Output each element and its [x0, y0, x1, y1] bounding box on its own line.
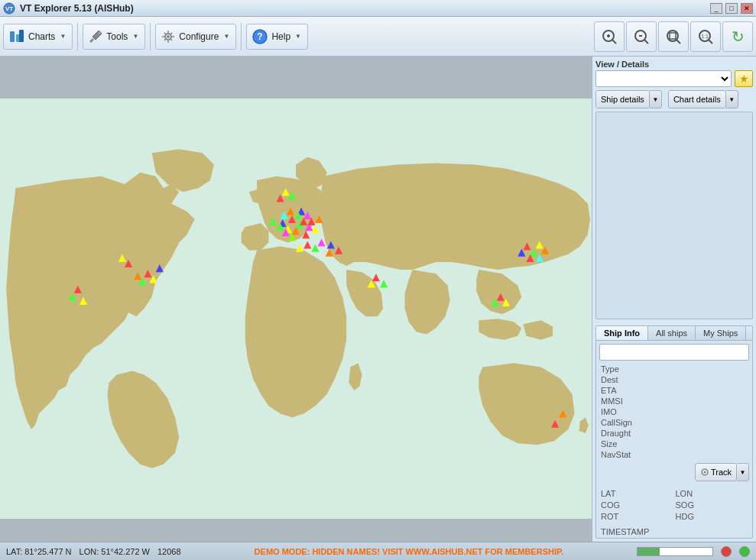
track-button-group: Track ▼ [695, 463, 749, 481]
ship-details-arrow[interactable]: ▼ [650, 90, 662, 108]
charts-button[interactable]: Charts ▼ [3, 24, 73, 50]
status-indicator-green [739, 546, 750, 557]
coords-section: LAT LON COG SOG ROT HDG [596, 484, 752, 526]
view-dropdown[interactable] [595, 70, 732, 87]
timestamp-label: TIMESTAMP [601, 527, 649, 536]
zoom-in-icon [601, 28, 618, 45]
titlebar-title: VT VT Explorer 5.13 (AISHub) [3, 2, 134, 15]
refresh-button[interactable]: ↻ [722, 21, 753, 52]
progress-fill [638, 548, 660, 555]
world-map-svg [0, 99, 592, 519]
zoom-fit-icon [665, 28, 682, 45]
navstat-label: NavStat [601, 450, 654, 459]
field-navstat: NavStat [596, 449, 752, 460]
zoom-in-button[interactable] [594, 21, 625, 52]
track-icon [700, 468, 709, 477]
detail-buttons-row: Ship details ▼ Chart details ▼ [595, 90, 753, 108]
svg-line-16 [644, 40, 648, 44]
chart-details-arrow[interactable]: ▼ [726, 90, 738, 108]
status-ship-count: 12068 [157, 547, 181, 556]
track-row: Track ▼ [596, 460, 752, 484]
status-lon: LON: 51°42.272 W [79, 547, 150, 556]
titlebar: VT VT Explorer 5.13 (AISHub) _ □ ✕ [0, 0, 756, 17]
configure-icon [161, 29, 176, 44]
ship-tab-bar: Ship Info All ships My Ships [596, 326, 752, 341]
chart-details-button[interactable]: Chart details [668, 90, 726, 108]
separator-1 [77, 23, 78, 50]
close-button[interactable]: ✕ [741, 3, 753, 14]
view-dropdown-row: ★ [595, 70, 753, 87]
field-draught: Draught [596, 428, 752, 439]
charts-icon [8, 28, 25, 45]
mmsi-label: MMSI [601, 397, 654, 406]
help-icon: ? [251, 28, 268, 45]
map-container [0, 57, 592, 542]
track-button[interactable]: Track [695, 463, 737, 481]
help-button[interactable]: ? Help ▼ [246, 24, 308, 50]
size-label: Size [601, 439, 654, 448]
svg-point-7 [167, 35, 170, 38]
demo-message: DEMO MODE: HIDDEN NAMES! VISIT WWW.AISHU… [189, 547, 629, 556]
cog-label: COG [601, 500, 673, 510]
ship-info-section: Ship Info All ships My Ships Type Dest E… [595, 325, 753, 539]
chart-details-group: Chart details ▼ [668, 90, 738, 108]
zoom-out-button[interactable] [626, 21, 657, 52]
toolbar: Charts ▼ Tools ▼ Configure ▼ [0, 17, 756, 57]
maximize-button[interactable]: □ [725, 3, 738, 14]
field-type: Type [596, 364, 752, 374]
zoom-fit-button[interactable] [658, 21, 689, 52]
status-lat: LAT: 81°25.477 N [6, 547, 72, 556]
field-mmsi: MMSI [596, 396, 752, 406]
tools-icon [88, 29, 103, 44]
svg-rect-19 [670, 33, 676, 39]
imo-label: IMO [601, 407, 654, 416]
star-button[interactable]: ★ [735, 70, 753, 87]
map-canvas[interactable] [0, 99, 592, 519]
timestamp-row: TIMESTAMP [596, 526, 752, 538]
titlebar-controls: _ □ ✕ [710, 3, 753, 14]
main-area: View / Details ★ Ship details ▼ Chart de… [0, 57, 756, 542]
tab-all-ships[interactable]: All ships [648, 326, 696, 340]
zoom-actual-button[interactable]: 1:1 [690, 21, 721, 52]
help-dropdown-arrow[interactable]: ▼ [294, 27, 303, 47]
svg-text:?: ? [258, 31, 263, 42]
ship-fields: Type Dest ETA MMSI IMO [596, 364, 752, 460]
ship-details-label: Ship details [601, 95, 644, 104]
field-eta: ETA [596, 385, 752, 396]
chart-details-label: Chart details [673, 95, 721, 104]
track-label: Track [711, 468, 732, 477]
map-top-bar [0, 57, 592, 99]
eta-label: ETA [601, 386, 654, 395]
tools-dropdown-arrow[interactable]: ▼ [131, 27, 140, 47]
app-title: VT Explorer 5.13 (AISHub) [20, 3, 134, 14]
configure-label: Configure [179, 31, 219, 42]
svg-text:1:1: 1:1 [701, 34, 709, 39]
charts-label: Charts [28, 31, 55, 42]
dest-label: Dest [601, 375, 654, 384]
ship-name-box [599, 344, 749, 361]
toolbar-group-right: 1:1 ↻ [594, 21, 753, 52]
track-dropdown-arrow[interactable]: ▼ [737, 463, 749, 481]
separator-2 [150, 23, 151, 50]
view-details-label: View / Details [595, 60, 753, 69]
tab-ship-info[interactable]: Ship Info [596, 326, 648, 340]
map-bottom-bar [0, 519, 592, 542]
charts-dropdown-arrow[interactable]: ▼ [58, 27, 67, 47]
tab-my-ships[interactable]: My Ships [696, 326, 746, 340]
field-callsign: CallSign [596, 417, 752, 428]
configure-dropdown-arrow[interactable]: ▼ [222, 27, 231, 47]
tools-button[interactable]: Tools ▼ [83, 24, 145, 50]
ship-details-group: Ship details ▼ [595, 90, 662, 108]
minimize-button[interactable]: _ [710, 3, 722, 14]
right-panel: View / Details ★ Ship details ▼ Chart de… [592, 57, 756, 542]
type-label: Type [601, 364, 654, 374]
svg-point-5 [98, 31, 101, 34]
callsign-label: CallSign [601, 418, 654, 427]
draught-label: Draught [601, 429, 654, 438]
svg-point-17 [667, 31, 678, 41]
ship-details-button[interactable]: Ship details [595, 90, 650, 108]
toolbar-group-left: Charts ▼ Tools ▼ Configure ▼ [3, 23, 308, 50]
hdg-label: HDG [676, 512, 748, 521]
configure-button[interactable]: Configure ▼ [155, 24, 236, 50]
svg-line-22 [709, 40, 712, 44]
